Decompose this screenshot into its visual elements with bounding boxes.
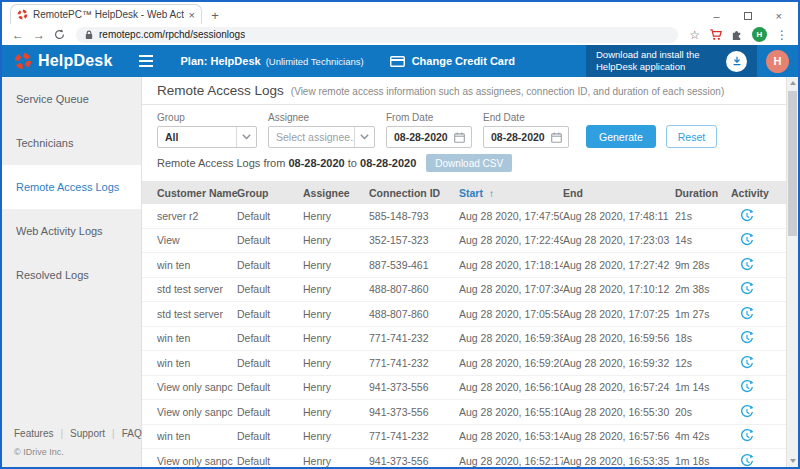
window-controls: – ×: [713, 10, 798, 24]
col-start-sorted[interactable]: Start↑: [459, 187, 563, 199]
browser-address-bar: ← → remotepc.com/rpchd/sessionlogs ☆ H ⋮: [2, 24, 798, 45]
minimize-icon[interactable]: –: [713, 10, 719, 22]
cell-duration: 2m 38s: [675, 283, 731, 295]
col-duration[interactable]: Duration: [675, 187, 731, 199]
close-icon[interactable]: ×: [776, 10, 782, 22]
bookmark-star-icon[interactable]: ☆: [689, 29, 700, 41]
cell-start: Aug 28 2020, 17:18:14: [459, 259, 563, 271]
back-icon[interactable]: ←: [12, 29, 24, 41]
cell-connection-id: 771-741-232: [369, 430, 459, 442]
hamburger-menu-icon[interactable]: [139, 55, 153, 67]
browser-profile-avatar[interactable]: H: [752, 27, 767, 42]
table-row[interactable]: win ten Default Henry 771-741-232 Aug 28…: [142, 351, 798, 376]
table-row[interactable]: server r2 Default Henry 585-148-793 Aug …: [142, 204, 798, 229]
forward-icon[interactable]: →: [33, 29, 45, 41]
cell-end: Aug 28 2020, 16:59:56: [563, 332, 675, 344]
col-connection-id[interactable]: Connection ID: [369, 187, 459, 199]
col-group[interactable]: Group: [237, 187, 303, 199]
table-row[interactable]: View only sanpc Default Henry 941-373-55…: [142, 449, 798, 467]
cell-group: Default: [237, 455, 303, 467]
table-row[interactable]: win ten Default Henry 771-741-232 Aug 28…: [142, 425, 798, 450]
table-row[interactable]: std test server Default Henry 488-807-86…: [142, 302, 798, 327]
cell-start: Aug 28 2020, 16:53:14: [459, 430, 563, 442]
footer-link[interactable]: Features: [14, 428, 53, 439]
tab-close-icon[interactable]: ×: [189, 9, 195, 21]
download-button[interactable]: [726, 51, 747, 72]
cell-start: Aug 28 2020, 17:07:34: [459, 283, 563, 295]
browser-tab[interactable]: RemotePC™ HelpDesk - Web Act ×: [10, 4, 202, 24]
refresh-icon[interactable]: [54, 29, 65, 40]
cell-end: Aug 28 2020, 16:57:24: [563, 381, 675, 393]
cell-group: Default: [237, 332, 303, 344]
helpdesk-logo[interactable]: HelpDesk: [2, 52, 113, 70]
download-csv-button[interactable]: Download CSV: [426, 154, 512, 172]
cell-start: Aug 28 2020, 16:59:38: [459, 332, 563, 344]
reset-button[interactable]: Reset: [666, 125, 717, 148]
sidebar-item[interactable]: Remote Access Logs: [2, 165, 141, 209]
cell-start: Aug 28 2020, 16:56:10: [459, 381, 563, 393]
brand-name: HelpDesk: [38, 52, 113, 70]
cell-end: Aug 28 2020, 16:55:30: [563, 406, 675, 418]
cell-customer-name: View only sanpc: [157, 455, 237, 467]
user-avatar[interactable]: H: [766, 50, 789, 73]
cell-duration: 18s: [675, 332, 731, 344]
sidebar-item[interactable]: Service Queue: [2, 77, 141, 121]
sidebar-item[interactable]: Web Activity Logs: [2, 209, 141, 253]
sidebar-item[interactable]: Technicians: [2, 121, 141, 165]
calendar-icon[interactable]: [551, 132, 562, 143]
cell-connection-id: 488-807-860: [369, 308, 459, 320]
cell-connection-id: 488-807-860: [369, 283, 459, 295]
table-row[interactable]: View only sanpc Default Henry 941-373-55…: [142, 376, 798, 401]
generate-button[interactable]: Generate: [586, 125, 656, 148]
assignee-select[interactable]: Select assignee...: [268, 126, 375, 148]
cell-connection-id: 941-373-556: [369, 455, 459, 467]
change-credit-card-button[interactable]: Change Credit Card: [390, 55, 515, 67]
cell-assignee: Henry: [303, 455, 369, 467]
page-subtitle: (View remote access information such as …: [291, 86, 724, 97]
scroll-up-icon[interactable]: [790, 81, 796, 85]
footer-link[interactable]: Support: [53, 428, 105, 439]
group-filter-label: Group: [157, 112, 257, 123]
table-row[interactable]: std test server Default Henry 488-807-86…: [142, 278, 798, 303]
cell-duration: 14s: [675, 234, 731, 246]
assignee-select-placeholder: Select assignee...: [269, 131, 354, 143]
from-date-input[interactable]: 08-28-2020: [386, 126, 472, 148]
col-customer-name[interactable]: Customer Name: [157, 187, 237, 199]
scrollbar[interactable]: [786, 77, 798, 467]
cell-group: Default: [237, 381, 303, 393]
cell-group: Default: [237, 308, 303, 320]
table-row[interactable]: View Default Henry 352-157-323 Aug 28 20…: [142, 229, 798, 254]
col-assignee[interactable]: Assignee: [303, 187, 369, 199]
cell-customer-name: server r2: [157, 210, 237, 222]
summary-to-date: 08-28-2020: [360, 157, 416, 169]
sidebar-item-label: Technicians: [16, 137, 73, 149]
sidebar-nav: Service Queue Technicians Remote Access …: [2, 77, 141, 297]
calendar-icon[interactable]: [454, 132, 465, 143]
cell-end: Aug 28 2020, 16:57:56: [563, 430, 675, 442]
end-date-input[interactable]: 08-28-2020: [483, 126, 569, 148]
url-bar[interactable]: remotepc.com/rpchd/sessionlogs: [76, 27, 678, 43]
page-title-row: Remote Access Logs (View remote access i…: [142, 77, 798, 105]
new-tab-button[interactable]: +: [206, 6, 224, 24]
table-row[interactable]: View only sanpc Default Henry 941-373-55…: [142, 400, 798, 425]
scroll-down-icon[interactable]: [790, 459, 796, 463]
cart-extension-icon[interactable]: [709, 28, 722, 41]
scrollbar-thumb[interactable]: [788, 91, 797, 236]
plan-sub-label: (Unlimited Technicians): [266, 56, 364, 67]
col-end[interactable]: End: [563, 187, 675, 199]
table-row[interactable]: win ten Default Henry 771-741-232 Aug 28…: [142, 327, 798, 352]
cell-assignee: Henry: [303, 381, 369, 393]
cell-customer-name: View: [157, 234, 237, 246]
footer-link[interactable]: FAQs: [105, 428, 147, 439]
table-row[interactable]: win ten Default Henry 887-539-461 Aug 28…: [142, 253, 798, 278]
extensions-puzzle-icon[interactable]: [731, 28, 743, 41]
sidebar-item[interactable]: Resolved Logs: [2, 253, 141, 297]
maximize-icon[interactable]: [744, 12, 752, 20]
cell-assignee: Henry: [303, 406, 369, 418]
group-select[interactable]: All: [157, 126, 257, 148]
browser-menu-icon[interactable]: ⋮: [776, 29, 788, 41]
cell-connection-id: 887-539-461: [369, 259, 459, 271]
cell-duration: 20s: [675, 406, 731, 418]
group-select-value: All: [158, 131, 236, 143]
footer-links: FeaturesSupportFAQs: [14, 428, 133, 439]
